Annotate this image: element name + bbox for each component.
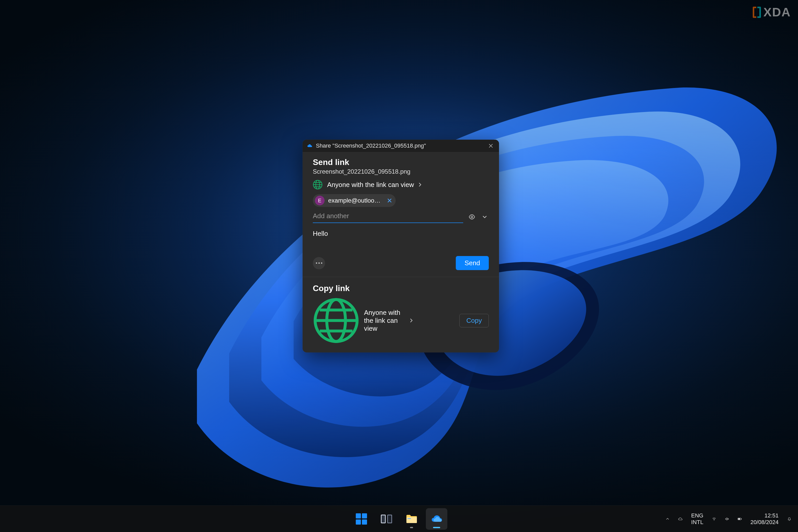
svg-point-8	[714, 520, 714, 520]
send-link-heading: Send link	[313, 157, 489, 167]
permission-eye-button[interactable]	[468, 213, 476, 221]
clock-button[interactable]: 12:51 20/08/2024	[749, 511, 780, 526]
send-button[interactable]: Send	[456, 256, 489, 270]
notifications-button[interactable]	[786, 515, 793, 522]
language-line-1: ENG	[691, 512, 703, 519]
taskbar-app-file-explorer[interactable]	[401, 508, 422, 530]
recipient-avatar: E	[315, 196, 325, 205]
task-view-icon	[381, 515, 392, 523]
send-link-section: Send link Screenshot_20221026_095518.png…	[303, 152, 499, 277]
dialog-title: Share "Screenshot_20221026_095518.png"	[316, 142, 485, 149]
globe-icon	[313, 180, 323, 190]
taskbar: ENG INTL 12:51 20/08/2024	[0, 506, 798, 532]
tray-wifi-button[interactable]	[710, 515, 718, 522]
tray-onedrive-button[interactable]	[677, 515, 684, 522]
battery-icon	[738, 516, 742, 522]
svg-rect-7	[407, 518, 411, 519]
wifi-icon	[712, 516, 716, 522]
close-icon	[489, 144, 493, 148]
remove-recipient-button[interactable]	[385, 196, 394, 205]
chevron-up-icon	[666, 516, 670, 522]
volume-muted-icon	[725, 516, 729, 522]
recipient-row: E example@outlook....	[313, 194, 489, 207]
task-view-button[interactable]	[376, 508, 397, 530]
share-dialog: Share "Screenshot_20221026_095518.png" S…	[303, 140, 499, 353]
tray-overflow-button[interactable]	[664, 515, 671, 522]
chevron-down-icon	[482, 214, 487, 219]
folder-icon	[406, 514, 417, 524]
svg-rect-11	[738, 518, 740, 519]
bell-icon	[787, 516, 791, 522]
language-indicator[interactable]: ENG INTL	[689, 511, 705, 526]
permission-dropdown-button[interactable]	[480, 213, 489, 221]
onedrive-icon	[307, 144, 312, 148]
tray-time: 12:51	[764, 512, 779, 519]
recipient-email: example@outlook....	[328, 197, 382, 204]
chevron-right-icon	[418, 181, 422, 189]
tray-battery-button[interactable]	[736, 515, 743, 522]
windows-logo-icon	[356, 513, 367, 525]
system-tray: ENG INTL 12:51 20/08/2024	[664, 506, 793, 532]
svg-rect-10	[741, 518, 742, 519]
language-line-2: INTL	[691, 519, 703, 525]
eye-icon	[469, 213, 475, 220]
link-permission-label: Anyone with the link can view	[327, 181, 414, 189]
start-button[interactable]	[351, 508, 372, 530]
copy-button[interactable]: Copy	[459, 314, 489, 327]
message-input[interactable]	[313, 230, 489, 246]
cloud-icon	[678, 516, 682, 522]
close-icon	[387, 198, 392, 203]
taskbar-center	[351, 508, 447, 530]
svg-point-3	[471, 216, 473, 218]
add-recipient-input[interactable]	[313, 210, 463, 223]
copy-link-permission-label: Anyone with the link can view	[364, 309, 404, 332]
dialog-title-filename: "Screenshot_20221026_095518.png"	[332, 142, 426, 149]
more-options-button[interactable]	[313, 257, 325, 269]
watermark-text: XDA	[763, 5, 791, 19]
chevron-right-icon	[409, 317, 414, 325]
copy-link-permission-button[interactable]: Anyone with the link can view	[313, 297, 414, 344]
copy-link-heading: Copy link	[313, 284, 489, 293]
svg-rect-6	[406, 517, 417, 523]
link-permission-button[interactable]: Anyone with the link can view	[313, 180, 489, 190]
recipient-chip[interactable]: E example@outlook....	[313, 194, 396, 207]
tray-volume-button[interactable]	[723, 515, 730, 522]
close-button[interactable]	[485, 140, 496, 151]
onedrive-icon	[431, 513, 442, 525]
ellipsis-icon	[316, 262, 317, 264]
copy-link-section: Copy link Anyone with the link can view …	[303, 277, 499, 353]
dialog-title-prefix: Share	[316, 142, 331, 149]
xda-watermark: XDA	[753, 5, 791, 19]
tray-date: 20/08/2024	[750, 519, 779, 525]
taskbar-app-onedrive[interactable]	[426, 508, 447, 530]
globe-icon	[313, 297, 359, 344]
share-filename: Screenshot_20221026_095518.png	[313, 168, 489, 175]
dialog-titlebar: Share "Screenshot_20221026_095518.png"	[303, 140, 499, 152]
